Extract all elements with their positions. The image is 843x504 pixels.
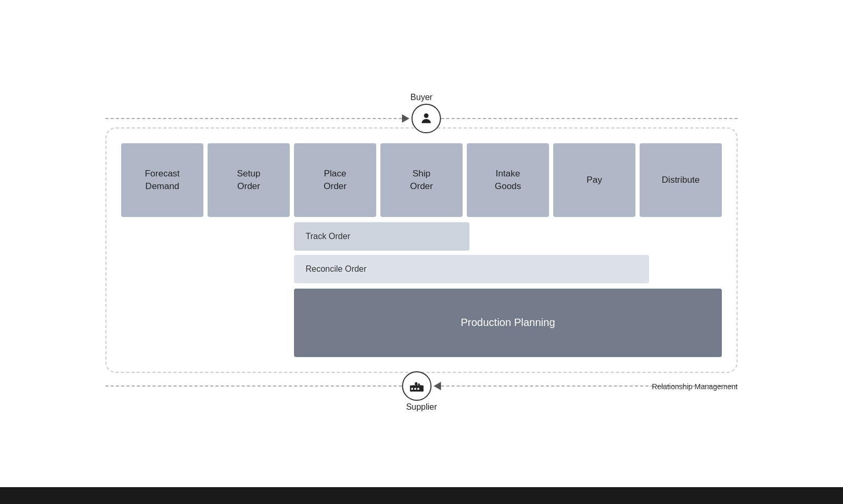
step-place-order: PlaceOrder <box>294 143 376 217</box>
buyer-row <box>105 105 738 132</box>
buyer-section: Buyer <box>105 93 738 132</box>
track-row-wrapper: Track Order <box>121 222 722 251</box>
step-distribute: Distribute <box>640 143 722 217</box>
svg-point-0 <box>424 113 429 118</box>
production-planning-box: Production Planning <box>294 289 722 357</box>
prod-row-wrapper: Production Planning <box>121 289 722 357</box>
supplier-avatar <box>402 371 432 401</box>
buyer-avatar <box>411 104 441 133</box>
main-container: ForecastDemand SetupOrder PlaceOrder Shi… <box>105 127 738 373</box>
step-forecast-demand: ForecastDemand <box>121 143 203 217</box>
step-label-intake-goods: IntakeGoods <box>495 167 521 193</box>
reconcile-order-label: Reconcile Order <box>306 264 367 273</box>
arrow-right-icon <box>402 114 409 123</box>
person-icon <box>419 112 433 125</box>
step-intake-goods: IntakeGoods <box>467 143 549 217</box>
step-label-distribute: Distribute <box>662 174 700 186</box>
step-label-pay: Pay <box>586 174 602 186</box>
svg-rect-4 <box>417 388 419 390</box>
step-label-ship-order: ShipOrder <box>410 167 433 193</box>
svg-rect-3 <box>414 388 416 390</box>
svg-rect-5 <box>415 382 418 386</box>
step-pay: Pay <box>553 143 635 217</box>
relationship-label: Relationship Management <box>652 382 738 391</box>
bottom-bar <box>0 487 843 504</box>
svg-rect-6 <box>418 383 420 386</box>
reconcile-order-box: Reconcile Order <box>294 255 649 283</box>
steps-row: ForecastDemand SetupOrder PlaceOrder Shi… <box>121 143 722 217</box>
step-label-forecast-demand: ForecastDemand <box>145 167 180 193</box>
step-ship-order: ShipOrder <box>380 143 463 217</box>
step-setup-order: SetupOrder <box>208 143 290 217</box>
track-order-box: Track Order <box>294 222 469 251</box>
svg-rect-2 <box>411 388 414 390</box>
factory-icon <box>409 379 424 393</box>
buyer-label: Buyer <box>410 93 433 102</box>
supplier-section: Relationship Management Supplier <box>105 373 738 412</box>
supplier-label: Supplier <box>406 402 437 412</box>
supplier-row: Relationship Management <box>105 373 738 399</box>
diagram-wrapper: Buyer ForecastDemand SetupOrder <box>105 93 738 412</box>
track-order-label: Track Order <box>306 232 350 241</box>
sub-row-container: Track Order Reconcile Order <box>121 222 722 283</box>
production-planning-label: Production Planning <box>460 317 555 329</box>
dashed-line-left <box>105 118 402 119</box>
dashed-line-right <box>441 118 738 119</box>
arrow-left-icon <box>434 382 441 390</box>
supplier-dashed-line-left <box>105 386 402 387</box>
step-label-place-order: PlaceOrder <box>324 167 346 193</box>
step-label-setup-order: SetupOrder <box>237 167 260 193</box>
supplier-dashed-line-right: Relationship Management <box>441 386 738 387</box>
reconcile-row-wrapper: Reconcile Order <box>121 255 722 283</box>
